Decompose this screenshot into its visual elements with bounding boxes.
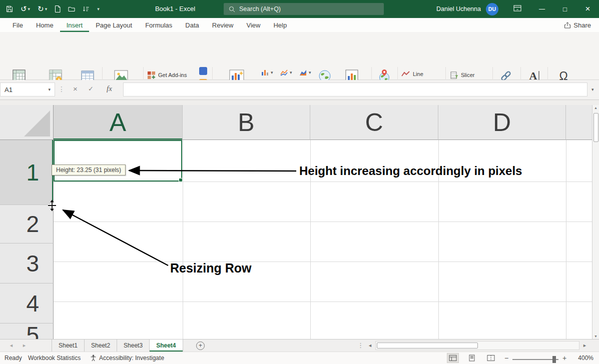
- chevron-down-icon: ▾: [309, 70, 311, 75]
- vertical-scrollbar[interactable]: ▲ ▼: [592, 105, 599, 339]
- qat-customize-chevron-icon[interactable]: ▾: [97, 7, 100, 12]
- sort-icon[interactable]: [83, 6, 90, 12]
- tab-help[interactable]: Help: [267, 18, 293, 32]
- get-addins-button[interactable]: Get Add-ins: [147, 70, 187, 80]
- zoom-slider-thumb[interactable]: [552, 356, 556, 363]
- row-header-2[interactable]: 2: [0, 205, 54, 244]
- gridline: [566, 140, 566, 339]
- gridline: [54, 182, 592, 182]
- sheet-tab-sheet1[interactable]: Sheet1: [52, 340, 85, 352]
- share-button[interactable]: Share: [564, 18, 591, 32]
- row-header-5[interactable]: 5: [0, 324, 54, 339]
- new-file-icon[interactable]: [55, 6, 61, 12]
- select-all-triangle: [24, 110, 50, 136]
- name-box[interactable]: A1 ▾: [0, 82, 55, 96]
- redo-button[interactable]: ↻▾: [38, 4, 47, 14]
- slicer-button[interactable]: Slicer: [450, 70, 475, 80]
- search-placeholder: Search (Alt+Q): [239, 6, 281, 12]
- hscroll-right-arrow-icon[interactable]: ►: [582, 343, 587, 348]
- tab-page-layout[interactable]: Page Layout: [89, 18, 139, 32]
- accessibility-status-button[interactable]: Accessibility: Investigate: [99, 354, 164, 362]
- expand-formula-bar-chevron-icon[interactable]: ▾: [591, 88, 594, 92]
- hscroll-left-arrow-icon[interactable]: ◄: [368, 343, 372, 348]
- sheetbar-splitter[interactable]: ⋮: [357, 342, 364, 349]
- row-header-1[interactable]: 1: [0, 140, 54, 205]
- page-layout-view-icon[interactable]: [466, 353, 478, 363]
- sparkline-line-icon: [401, 70, 410, 78]
- maximize-button[interactable]: □: [553, 0, 576, 18]
- tab-insert[interactable]: Insert: [60, 18, 90, 32]
- page-break-view-icon[interactable]: [485, 353, 497, 363]
- ribbon-display-options-icon[interactable]: [513, 5, 521, 12]
- line-chart-dropdown[interactable]: ▾: [280, 68, 292, 77]
- open-folder-icon[interactable]: [68, 6, 75, 12]
- account-area[interactable]: Daniel Uchenna DU: [436, 0, 498, 18]
- horizontal-scrollbar-thumb[interactable]: [377, 342, 478, 348]
- annotation-resize-text: Resizing Row: [170, 261, 252, 276]
- row-header-3[interactable]: 3: [0, 244, 54, 284]
- horizontal-scrollbar[interactable]: [375, 341, 579, 350]
- search-box[interactable]: Search (Alt+Q): [224, 3, 384, 15]
- chevron-down-icon[interactable]: ▾: [28, 7, 31, 12]
- sheet-nav-right-icon[interactable]: ►: [22, 343, 27, 348]
- name-box-splitter[interactable]: ⋮: [58, 85, 65, 93]
- chevron-down-icon: ▾: [271, 70, 273, 75]
- row-header-4[interactable]: 4: [0, 284, 54, 324]
- undo-icon: ↺: [21, 4, 27, 14]
- formula-input[interactable]: [123, 82, 587, 96]
- status-bar: Ready Workbook Statistics Accessibility:…: [0, 352, 599, 364]
- column-header-b[interactable]: B: [183, 105, 310, 140]
- accessibility-icon: [90, 354, 97, 362]
- tab-review[interactable]: Review: [206, 18, 240, 32]
- column-chart-icon: [261, 69, 269, 76]
- sheet-nav-left-icon[interactable]: ◄: [9, 343, 14, 348]
- sheet-tab-sheet2[interactable]: Sheet2: [85, 340, 117, 352]
- status-ready: Ready: [5, 354, 22, 362]
- insert-function-button[interactable]: fx: [107, 84, 112, 93]
- sheet-tab-sheet3[interactable]: Sheet3: [117, 340, 150, 352]
- chevron-down-icon[interactable]: ▾: [48, 88, 51, 92]
- close-button[interactable]: ×: [576, 0, 599, 18]
- user-name: Daniel Uchenna: [436, 6, 481, 12]
- sheet-tab-sheet4[interactable]: Sheet4: [150, 340, 183, 352]
- save-icon[interactable]: [6, 6, 13, 12]
- undo-button[interactable]: ↺▾: [21, 4, 30, 14]
- tab-file[interactable]: File: [6, 18, 30, 32]
- cancel-button[interactable]: ×: [73, 84, 78, 93]
- avatar[interactable]: DU: [486, 3, 498, 16]
- sparkline-line-button[interactable]: Line: [401, 69, 423, 79]
- window-title: Book1 - Excel: [128, 0, 223, 18]
- select-all-corner[interactable]: [0, 105, 54, 140]
- zoom-level[interactable]: 400%: [571, 354, 593, 362]
- tab-formulas[interactable]: Formulas: [139, 18, 179, 32]
- workbook-statistics-button[interactable]: Workbook Statistics: [28, 354, 81, 362]
- column-header-d[interactable]: D: [438, 105, 566, 140]
- scroll-down-arrow-icon[interactable]: ▼: [592, 334, 599, 338]
- add-sheet-button[interactable]: +: [196, 342, 205, 350]
- share-label: Share: [573, 22, 591, 29]
- column-header-c[interactable]: C: [310, 105, 438, 140]
- zoom-in-button[interactable]: +: [562, 354, 566, 362]
- addin-shortcut-1-icon[interactable]: [199, 67, 207, 75]
- chevron-down-icon[interactable]: ▾: [45, 7, 48, 12]
- tab-home[interactable]: Home: [30, 18, 60, 32]
- area-chart-dropdown[interactable]: ▾: [299, 68, 311, 77]
- normal-view-icon[interactable]: [447, 353, 459, 363]
- zoom-out-button[interactable]: −: [504, 354, 508, 362]
- gridline: [54, 262, 592, 262]
- tab-data[interactable]: Data: [179, 18, 205, 32]
- minimize-button[interactable]: —: [530, 0, 553, 18]
- scroll-up-arrow-icon[interactable]: ▲: [592, 106, 599, 110]
- zoom-slider-track[interactable]: [512, 359, 558, 360]
- column-header-e-partial[interactable]: [566, 105, 592, 140]
- column-chart-dropdown[interactable]: ▾: [261, 68, 273, 77]
- redo-icon: ↻: [38, 4, 44, 14]
- quick-access-toolbar: ↺▾ ↻▾ ▾: [6, 0, 100, 18]
- enter-button[interactable]: ✓: [88, 85, 94, 92]
- fill-handle[interactable]: [179, 178, 183, 182]
- column-header-a[interactable]: A: [54, 105, 183, 140]
- tab-view[interactable]: View: [240, 18, 267, 32]
- vertical-scrollbar-thumb[interactable]: [593, 113, 598, 142]
- row-resize-cursor-icon: [47, 200, 58, 212]
- chevron-down-icon: ▾: [290, 70, 292, 75]
